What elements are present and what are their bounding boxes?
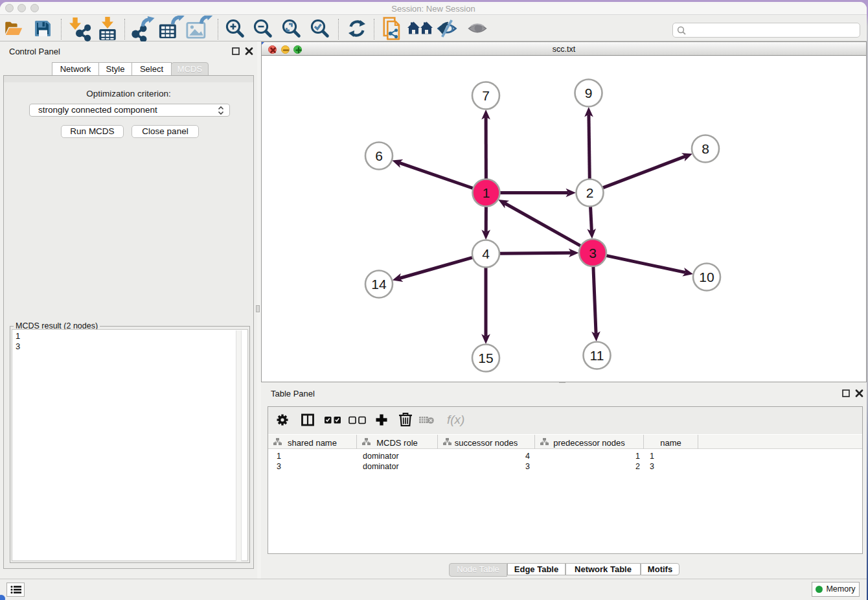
svg-text:8: 8 (702, 141, 709, 156)
svg-text:6: 6 (375, 148, 383, 163)
svg-text:14: 14 (371, 277, 387, 292)
svg-text:10: 10 (699, 270, 714, 284)
svg-text:1: 1 (483, 185, 490, 200)
svg-text:15: 15 (478, 351, 493, 365)
svg-text:f(x): f(x) (447, 413, 464, 426)
svg-text:2: 2 (586, 185, 594, 200)
svg-text:3: 3 (589, 246, 597, 260)
svg-text:7: 7 (482, 88, 490, 103)
svg-text:9: 9 (585, 86, 593, 100)
svg-text:11: 11 (590, 348, 604, 363)
svg-text:4: 4 (482, 246, 490, 261)
